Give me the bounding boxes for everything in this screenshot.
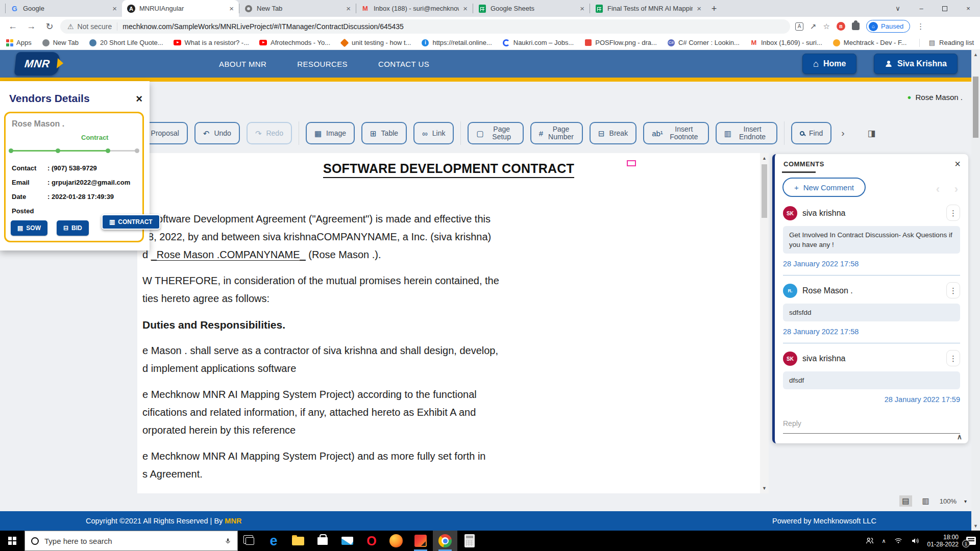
taskbar-opera[interactable]: O — [359, 531, 384, 551]
redo-button[interactable]: ↷ Redo — [247, 122, 292, 144]
extension-red-icon[interactable]: B — [837, 22, 845, 31]
forward-icon[interactable]: → — [23, 21, 39, 32]
print-layout-icon[interactable]: ▤ — [899, 495, 912, 507]
scrollbar-thumb[interactable] — [762, 164, 767, 218]
comments-close-icon[interactable]: × — [954, 158, 961, 170]
taskbar-search-input[interactable] — [44, 537, 219, 545]
tab-close-icon[interactable]: × — [697, 4, 701, 13]
tab-mnruiangular[interactable]: A MNRUIAngular × — [122, 0, 239, 17]
find-button[interactable]: Find — [791, 122, 831, 144]
taskbar-clock[interactable]: 18:00 01-28-2022 — [927, 534, 959, 548]
user-button[interactable]: Siva Krishna — [874, 54, 958, 74]
vendors-close-icon[interactable]: × — [136, 92, 142, 106]
tray-expand-chevron-icon[interactable]: ∧ — [882, 538, 886, 544]
translate-icon[interactable]: A — [795, 22, 803, 31]
web-layout-icon[interactable]: ▥ — [920, 495, 932, 507]
comment-menu-kebab-icon[interactable]: ⋮ — [946, 350, 960, 366]
new-tab-button[interactable]: + — [706, 2, 722, 16]
tab-close-icon[interactable]: × — [112, 4, 117, 13]
taskbar-store[interactable] — [310, 531, 335, 551]
taskbar-calculator[interactable] — [457, 531, 482, 551]
taskbar-firefox[interactable] — [384, 531, 408, 551]
nav-resources[interactable]: RESOURCES — [297, 60, 348, 68]
bookmark-mechtrack[interactable]: Mechtrack - Dev - F... — [832, 39, 907, 47]
bookmark-star-icon[interactable]: ☆ — [823, 22, 830, 31]
share-icon[interactable]: ↗ — [810, 22, 817, 31]
bookmark-apps[interactable]: Apps — [6, 39, 32, 46]
tab-close-icon[interactable]: × — [229, 4, 234, 13]
next-comment-icon[interactable]: › — [954, 183, 958, 196]
scroll-down-icon[interactable]: ▼ — [760, 486, 769, 491]
bookmark-inbox[interactable]: M Inbox (1,609) - suri... — [750, 39, 822, 47]
contract-button[interactable]: ▥ CONTRACT — [102, 214, 160, 230]
page-number-button[interactable]: # Page Number — [530, 122, 583, 144]
taskbar-photoshop[interactable] — [408, 531, 433, 551]
browser-scrollbar[interactable]: ▲ ▼ — [971, 50, 980, 531]
back-icon[interactable]: ← — [5, 21, 20, 32]
security-chip[interactable]: ⚠ Not secure — [67, 22, 112, 31]
document-scrollbar[interactable]: ▲ ▼ — [760, 153, 769, 493]
bookmark-quotes[interactable]: 20 Short Life Quote... — [89, 39, 163, 47]
zoom-level[interactable]: 100% — [940, 497, 957, 505]
link-button[interactable]: ∞ Link — [413, 122, 454, 144]
bookmark-unit-testing[interactable]: unit testing - how t... — [340, 39, 411, 47]
people-icon[interactable] — [865, 536, 874, 545]
collapse-panel-icon[interactable]: ∧ — [957, 433, 962, 441]
reply-input[interactable] — [783, 419, 960, 428]
bookmark-resistor-video[interactable]: What is a resistor? -... — [174, 39, 249, 47]
break-button[interactable]: ⊟ Break — [590, 122, 636, 144]
image-button[interactable]: ▦ Image — [306, 122, 355, 144]
tab-close-icon[interactable]: × — [346, 4, 351, 13]
comment-menu-kebab-icon[interactable]: ⋮ — [946, 282, 960, 298]
sow-button[interactable]: ▤ SOW — [11, 220, 47, 236]
toolbar-overflow-chevron-icon[interactable]: › — [838, 128, 847, 139]
start-button[interactable] — [0, 531, 24, 551]
bookmark-afrotechmods[interactable]: Afrotechmods - Yo... — [259, 39, 330, 47]
task-view-button[interactable] — [238, 531, 261, 551]
footer-brand[interactable]: MNR — [225, 517, 241, 525]
scroll-down-icon[interactable]: ▼ — [971, 523, 980, 529]
bookmark-new-tab[interactable]: New Tab — [42, 39, 79, 47]
tab-inbox[interactable]: M Inbox (188) - suri@mechknowsof × — [356, 0, 473, 17]
extensions-puzzle-icon[interactable] — [852, 22, 860, 30]
bookmark-retail-online[interactable]: i https://retail.online... — [421, 39, 492, 47]
prev-comment-icon[interactable]: ‹ — [936, 183, 940, 196]
page-setup-button[interactable]: ▢ Page Setup — [468, 122, 523, 144]
restore-button[interactable] — [933, 0, 957, 17]
insert-footnote-button[interactable]: ab¹ Insert Footnote — [643, 122, 709, 144]
microphone-icon[interactable] — [225, 538, 231, 544]
taskbar-search[interactable] — [24, 531, 238, 551]
taskbar-file-explorer[interactable] — [286, 531, 310, 551]
document-page[interactable]: SOFTWARE DEVELOPMENT CONTRACT s Software… — [137, 153, 760, 493]
bid-button[interactable]: ⊟ BID — [57, 220, 89, 236]
reload-icon[interactable]: ↻ — [42, 21, 57, 32]
comment-date[interactable]: 28 January 2022 17:58 — [783, 328, 960, 336]
comment-marker[interactable] — [627, 160, 636, 166]
tab-close-icon[interactable]: × — [463, 4, 468, 13]
taskbar-edge[interactable]: e — [261, 531, 286, 551]
tab-close-icon[interactable]: × — [580, 4, 584, 13]
tab-new-tab[interactable]: New Tab × — [239, 0, 356, 17]
bookmark-posflow[interactable]: POSFlow.png - dra... — [584, 39, 657, 47]
mnr-logo[interactable]: MNR — [14, 52, 61, 76]
tab-google[interactable]: G Google × — [5, 0, 122, 17]
bookmark-naukri[interactable]: Naukri.com – Jobs... — [502, 39, 574, 47]
tab-final-tests[interactable]: Final Tests of MNR AI Mapping S × — [590, 0, 706, 17]
nav-contact-us[interactable]: CONTACT US — [378, 60, 429, 68]
omnibox[interactable]: ⚠ Not secure mechknow.com/SampleWorks/MN… — [60, 19, 790, 34]
table-button[interactable]: ⊞ Table — [361, 122, 407, 144]
nav-about-mnr[interactable]: ABOUT MNR — [219, 60, 266, 68]
scroll-up-icon[interactable]: ▲ — [760, 156, 769, 161]
close-window-button[interactable]: × — [957, 0, 980, 17]
zoom-caret-icon[interactable]: ▾ — [964, 498, 967, 504]
undo-button[interactable]: ↶ Undo — [194, 122, 240, 144]
tab-google-sheets[interactable]: Google Sheets × — [473, 0, 590, 17]
scrollbar-thumb[interactable] — [973, 77, 978, 138]
bookmark-csharp-corner[interactable]: C# C# Corner : Lookin... — [667, 39, 740, 47]
comments-panel-toggle-icon[interactable]: ◨ — [868, 128, 876, 139]
taskbar-chrome[interactable] — [433, 531, 457, 551]
new-comment-button[interactable]: + New Comment — [782, 178, 866, 197]
taskbar-mail[interactable] — [335, 531, 359, 551]
tab-search-icon[interactable]: ∨ — [886, 0, 910, 17]
paused-extension-pill[interactable]: ⌂ Paused — [866, 20, 910, 33]
